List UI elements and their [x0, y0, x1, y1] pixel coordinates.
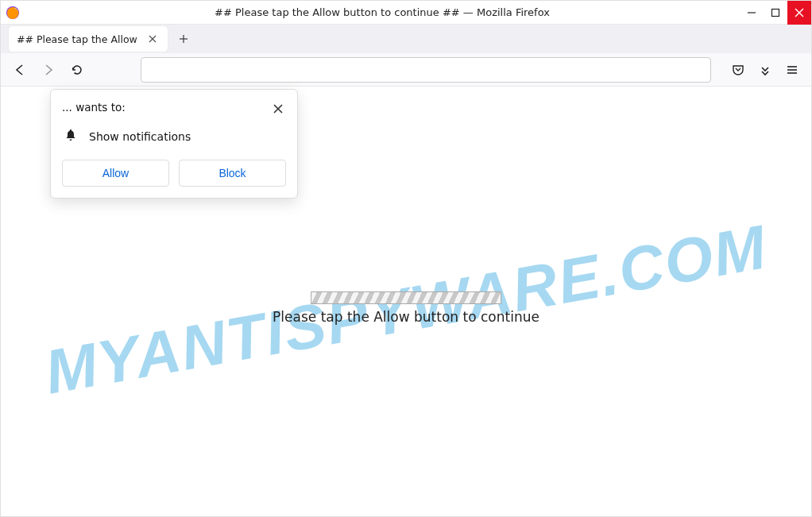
progress-bar: [311, 291, 501, 304]
svg-rect-2: [772, 10, 779, 17]
tab-label: ## Please tap the Allow: [17, 33, 139, 45]
navigation-toolbar: [1, 53, 811, 87]
page-center: Please tap the Allow button to continue: [273, 291, 539, 325]
reload-button[interactable]: [64, 57, 90, 83]
window-titlebar: ## Please tap the Allow button to contin…: [1, 1, 811, 25]
firefox-icon: [1, 6, 25, 20]
overflow-button[interactable]: [752, 57, 778, 83]
back-button[interactable]: [7, 57, 33, 83]
tab-bar: ## Please tap the Allow: [1, 25, 811, 53]
pocket-button[interactable]: [725, 57, 751, 83]
permission-title: ... wants to:: [62, 101, 126, 114]
maximize-button[interactable]: [764, 1, 787, 25]
forward-button[interactable]: [36, 57, 61, 83]
permission-close-icon[interactable]: [270, 101, 286, 117]
window-controls: [740, 1, 811, 24]
minimize-button[interactable]: [740, 1, 764, 25]
menu-button[interactable]: [779, 57, 805, 83]
close-button[interactable]: [787, 1, 811, 25]
page-message: Please tap the Allow button to continue: [273, 309, 539, 325]
window-title: ## Please tap the Allow button to contin…: [25, 6, 740, 18]
allow-button[interactable]: Allow: [62, 160, 169, 187]
permission-popup: ... wants to: Show notifications Allow B…: [50, 89, 298, 199]
new-tab-button[interactable]: [172, 28, 195, 50]
bell-icon: [64, 128, 78, 145]
tab-close-icon[interactable]: [145, 32, 160, 46]
browser-tab[interactable]: ## Please tap the Allow: [9, 26, 168, 52]
block-button[interactable]: Block: [179, 160, 286, 187]
url-input[interactable]: [141, 57, 711, 83]
permission-body: Show notifications: [89, 130, 191, 143]
